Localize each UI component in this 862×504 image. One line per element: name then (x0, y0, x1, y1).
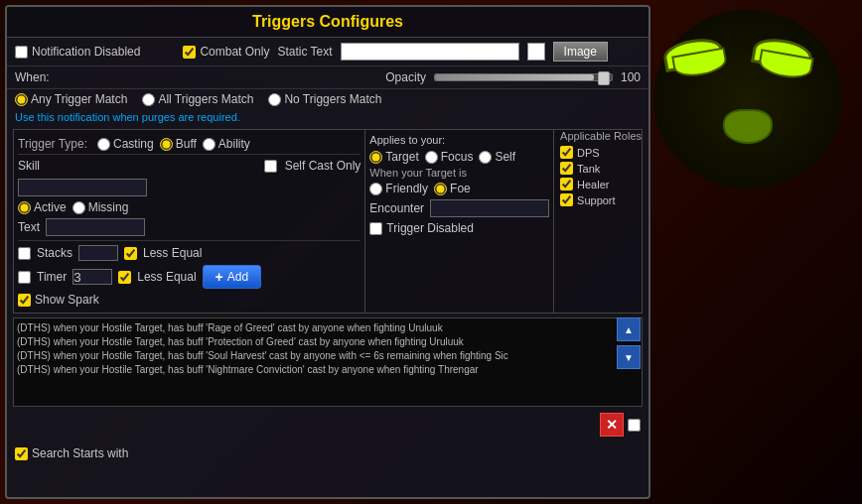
extra-checkbox[interactable] (628, 419, 641, 432)
stacks-checkbox[interactable] (18, 247, 31, 260)
log-line: (DTHS) when your Hostile Target, has buf… (17, 349, 639, 363)
casting-label: Casting (113, 137, 154, 151)
when-label: When: (15, 70, 50, 84)
support-checkbox[interactable] (560, 193, 573, 206)
casting-option[interactable]: Casting (97, 137, 154, 151)
dps-checkbox[interactable] (560, 146, 573, 159)
foe-label: Foe (450, 182, 471, 195)
any-trigger-label: Any Trigger Match (31, 92, 127, 106)
log-line: (DTHS) when your Hostile Target, has buf… (17, 335, 639, 349)
bottom-row: Search Starts with (7, 442, 648, 464)
tank-checkbox[interactable] (560, 162, 573, 175)
eye-left (661, 35, 725, 72)
stacks-input[interactable] (78, 245, 118, 261)
ability-label: Ability (218, 137, 250, 151)
color-picker[interactable] (527, 43, 545, 61)
text-row: Text (18, 216, 360, 238)
right-content: Applies to your: Target Focus Self (365, 130, 642, 313)
self-cast-only-label: Self Cast Only (285, 159, 361, 173)
eye-right (751, 35, 814, 72)
ability-option[interactable]: Ability (203, 137, 250, 151)
opacity-value: 100 (621, 70, 641, 84)
any-trigger-option[interactable]: Any Trigger Match (15, 92, 127, 106)
timer-less-equal-label: Less Equal (137, 270, 196, 284)
self-label: Self (495, 150, 515, 164)
tank-role: Tank (560, 162, 642, 175)
encounter-input[interactable] (430, 199, 549, 217)
dps-role: DPS (560, 146, 642, 159)
show-spark-checkbox[interactable] (18, 294, 31, 307)
left-panel: Trigger Type: Casting Buff Ability Skill (14, 130, 365, 313)
image-button[interactable]: Image (553, 42, 608, 62)
log-line: (DTHS) when your Hostile Target, has buf… (17, 363, 639, 377)
focus-option[interactable]: Focus (425, 150, 474, 164)
opacity-fill (435, 74, 594, 80)
timer-less-equal-checkbox[interactable] (118, 271, 131, 284)
trigger-match-row: Any Trigger Match All Triggers Match No … (7, 89, 648, 109)
support-role: Support (560, 193, 642, 206)
top-controls-row: Notification Disabled Combat Only Static… (7, 38, 648, 66)
static-text-input[interactable] (341, 43, 519, 61)
add-button[interactable]: + Add (203, 265, 262, 289)
delete-icon: ✕ (606, 417, 618, 433)
dps-label: DPS (577, 147, 600, 159)
notification-disabled-label: Notification Disabled (32, 45, 140, 59)
text-input[interactable] (46, 218, 145, 236)
opacity-slider[interactable] (434, 73, 613, 81)
log-area[interactable]: (DTHS) when your Hostile Target, has buf… (13, 317, 643, 407)
trigger-disabled-checkbox[interactable] (369, 222, 382, 235)
stacks-less-equal-checkbox[interactable] (124, 247, 137, 260)
stacks-row: Stacks Less Equal (18, 243, 360, 263)
nose (723, 109, 773, 144)
scroll-down-button[interactable]: ▼ (617, 345, 641, 369)
encounter-label: Encounter (369, 201, 424, 215)
scroll-up-icon: ▲ (624, 324, 634, 335)
stacks-label: Stacks (37, 246, 72, 260)
static-text-label: Static Text (277, 45, 332, 59)
search-starts-with-checkbox[interactable] (15, 447, 28, 460)
scroll-buttons: ▲ ▼ (617, 317, 641, 369)
no-triggers-label: No Triggers Match (284, 92, 381, 106)
applies-to-label: Applies to your: (369, 134, 445, 146)
log-section: (DTHS) when your Hostile Target, has buf… (7, 317, 648, 407)
scroll-up-button[interactable]: ▲ (617, 317, 641, 341)
self-option[interactable]: Self (479, 150, 515, 164)
timer-checkbox[interactable] (18, 271, 31, 284)
target-option[interactable]: Target (369, 150, 418, 164)
active-option[interactable]: Active (18, 200, 67, 214)
when-opacity-row: When: Opacity 100 (7, 66, 648, 89)
skill-input[interactable] (18, 179, 147, 196)
stacks-less-equal-label: Less Equal (143, 246, 202, 260)
healer-checkbox[interactable] (560, 178, 573, 190)
mid-col: Applies to your: Target Focus Self (365, 130, 553, 313)
trigger-disabled-row: Trigger Disabled (369, 221, 549, 235)
delete-button[interactable]: ✕ (600, 413, 624, 437)
self-cast-only-checkbox[interactable] (264, 160, 277, 173)
missing-option[interactable]: Missing (72, 200, 129, 214)
opacity-thumb[interactable] (598, 71, 610, 85)
timer-input[interactable] (72, 269, 112, 285)
no-triggers-option[interactable]: No Triggers Match (268, 92, 381, 106)
trigger-type-label: Trigger Type: (18, 137, 87, 151)
roles-title: Applicable Roles (560, 130, 642, 142)
friendly-option[interactable]: Friendly (369, 182, 428, 195)
buff-option[interactable]: Buff (160, 137, 197, 151)
foe-option[interactable]: Foe (434, 182, 471, 195)
healer-role: Healer (560, 178, 642, 190)
all-triggers-option[interactable]: All Triggers Match (142, 92, 253, 106)
notification-disabled-checkbox[interactable] (15, 46, 28, 59)
active-label: Active (34, 200, 67, 214)
skill-row: Skill Self Cast Only (18, 155, 360, 177)
notice-text: Use this notification when purges are re… (7, 109, 648, 125)
content-area: Trigger Type: Casting Buff Ability Skill (13, 129, 643, 314)
text-label: Text (18, 220, 40, 234)
friend-foe-row: Friendly Foe (369, 182, 549, 195)
missing-label: Missing (88, 200, 129, 214)
timer-row: Timer Less Equal + Add (18, 263, 360, 291)
trigger-type-row: Trigger Type: Casting Buff Ability (18, 134, 360, 155)
combat-only-checkbox[interactable] (183, 46, 196, 59)
tank-label: Tank (577, 163, 600, 175)
focus-label: Focus (441, 150, 474, 164)
add-plus-icon: + (216, 269, 223, 285)
applies-to-section: Applies to your: (369, 134, 549, 146)
